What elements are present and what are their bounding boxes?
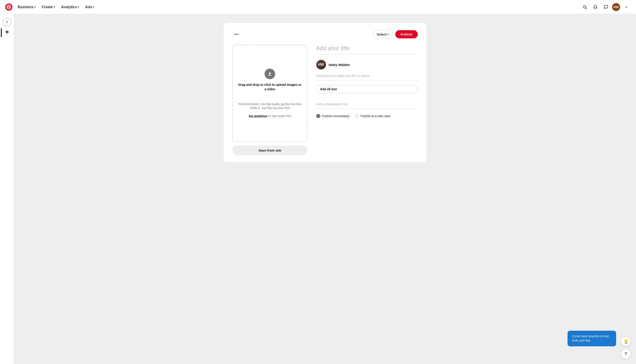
ads-chevron: ▾ <box>93 6 94 8</box>
save-from-site-button[interactable]: Save from site <box>232 146 307 155</box>
nav-left: Business ▾ Create ▾ Analytics ▾ Ads ▾ <box>5 3 97 11</box>
pinterest-logo[interactable] <box>5 4 12 10</box>
left-sidebar: + <box>0 14 14 364</box>
main-content: ••• Select ▾ Publish <box>14 14 636 364</box>
question-icon: ? <box>625 352 627 356</box>
analytics-chevron: ▾ <box>78 6 79 8</box>
pin-creator-card: ••• Select ▾ Publish <box>223 23 427 162</box>
svg-line-1 <box>586 8 586 9</box>
upload-section: Drag and drop or click to upload images … <box>232 45 307 155</box>
user-name-label: Haley Walden <box>329 63 350 66</box>
svg-point-0 <box>583 6 586 8</box>
publish-later-radio[interactable] <box>355 114 359 118</box>
svg-rect-4 <box>268 75 272 76</box>
board-select-dropdown[interactable]: Select ▾ <box>373 30 393 38</box>
description-input[interactable] <box>316 74 418 80</box>
tour-bubble: Come back anytime to tour tools and tips… <box>567 331 616 346</box>
publish-immediately-option[interactable]: Publish immediately <box>316 114 350 118</box>
user-avatar-image: HW <box>316 60 326 70</box>
card-header: ••• Select ▾ Publish <box>232 30 418 38</box>
help-button[interactable]: ? <box>621 349 631 359</box>
pin-icon-button[interactable] <box>3 28 12 37</box>
avatar[interactable]: HW <box>612 3 620 11</box>
account-chevron-button[interactable]: ▾ <box>622 3 631 12</box>
user-row: HW Haley Walden <box>316 60 418 70</box>
select-chevron-icon: ▾ <box>387 33 389 36</box>
nav-item-create[interactable]: Create ▾ <box>39 3 58 11</box>
nav-item-analytics[interactable]: Analytics ▾ <box>59 3 82 11</box>
nav-item-business[interactable]: Business ▾ <box>15 3 38 11</box>
notifications-button[interactable] <box>591 3 600 12</box>
top-navigation: Business ▾ Create ▾ Analytics ▾ Ads ▾ <box>0 0 636 14</box>
create-chevron: ▾ <box>54 6 55 8</box>
more-options-button[interactable]: ••• <box>232 31 240 38</box>
search-button[interactable] <box>580 3 589 12</box>
card-body: Drag and drop or click to upload images … <box>232 45 418 155</box>
floating-buttons: 💡 ? <box>621 337 631 359</box>
nav-right: HW ▾ <box>580 3 631 12</box>
upload-text: Drag and drop or click to upload images … <box>238 83 302 91</box>
user-avatar: HW <box>316 60 326 70</box>
see-guidelines-link[interactable]: See guidelines <box>249 114 267 118</box>
publish-options: Publish immediately Publish at a later d… <box>316 114 418 118</box>
publish-later-label: Publish at a later date <box>361 114 391 118</box>
title-input[interactable] <box>316 45 418 54</box>
lightbulb-icon: 💡 <box>623 339 629 344</box>
upload-icon <box>264 68 275 79</box>
add-button[interactable]: + <box>3 18 12 26</box>
publish-later-option[interactable]: Publish at a later date <box>355 114 391 118</box>
svg-rect-2 <box>6 31 9 33</box>
destination-link-input[interactable] <box>316 102 418 109</box>
publish-immediately-label: Publish immediately <box>322 114 350 118</box>
publish-immediately-radio[interactable] <box>316 114 320 118</box>
pin-details: HW Haley Walden Add alt text Publish imm… <box>316 45 418 155</box>
business-chevron: ▾ <box>34 6 36 8</box>
nav-item-ads[interactable]: Ads ▾ <box>83 3 97 11</box>
add-alt-text-button[interactable]: Add alt text <box>316 85 418 93</box>
publish-button[interactable]: Publish <box>395 30 418 38</box>
header-actions: Select ▾ Publish <box>373 30 418 38</box>
lightbulb-button[interactable]: 💡 <box>621 337 631 346</box>
recommendation-text: Recommendation: Use high-quality .jpg fi… <box>238 102 302 118</box>
messages-button[interactable] <box>601 3 610 12</box>
upload-area[interactable]: Drag and drop or click to upload images … <box>232 45 307 142</box>
